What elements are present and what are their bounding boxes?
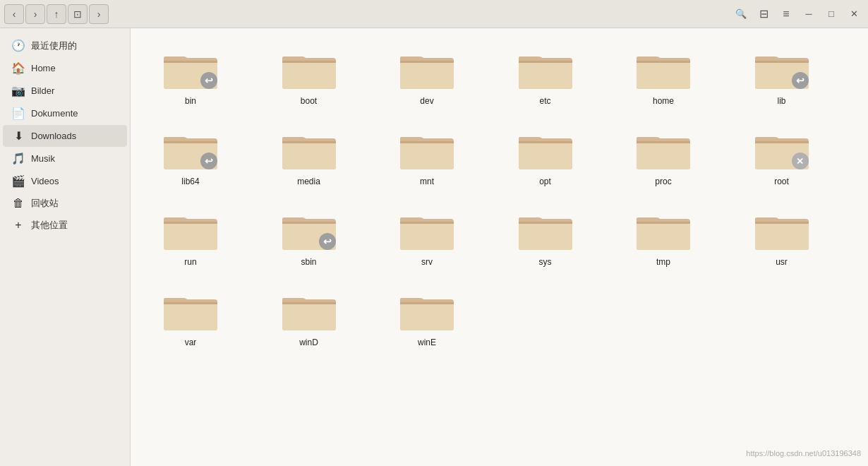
- search-button[interactable]: 🔍: [731, 4, 751, 24]
- svg-rect-38: [164, 222, 217, 224]
- svg-rect-47: [519, 222, 572, 224]
- sidebar-icon-dokumente: 📄: [11, 107, 25, 120]
- folder-icon-tmp: [635, 208, 692, 253]
- folder-item-home[interactable]: home: [617, 40, 709, 113]
- folder-item-media[interactable]: media: [263, 120, 355, 193]
- svg-rect-61: [400, 302, 454, 330]
- folder-label-sys: sys: [539, 257, 552, 267]
- folder-item-var[interactable]: var: [145, 281, 236, 354]
- folder-item-winE[interactable]: winE: [381, 281, 473, 354]
- symlink-badge-lib: [792, 72, 809, 89]
- sidebar-item-bilder[interactable]: 📷Bilder: [3, 80, 127, 102]
- folder-label-run: run: [184, 257, 196, 267]
- folder-item-lib[interactable]: lib: [736, 40, 828, 113]
- svg-rect-44: [400, 222, 454, 224]
- svg-rect-43: [400, 222, 454, 250]
- svg-rect-50: [637, 222, 690, 224]
- sidebar-icon-recent: 🕐: [11, 39, 25, 52]
- folder-icon-var: [162, 288, 219, 333]
- up-button[interactable]: ↑: [47, 4, 66, 24]
- content-area: binbootdevetchomeliblib64mediamntoptproc…: [131, 28, 868, 466]
- folder-label-dev: dev: [420, 96, 433, 106]
- sidebar-item-recent[interactable]: 🕐最近使用的: [3, 35, 127, 56]
- folder-item-mnt[interactable]: mnt: [381, 120, 473, 193]
- svg-rect-37: [164, 222, 217, 250]
- minimize-button[interactable]: ─: [799, 4, 819, 24]
- folder-label-root: root: [774, 177, 789, 186]
- forward-button[interactable]: ›: [25, 4, 45, 24]
- folder-label-proc: proc: [655, 177, 671, 186]
- folder-item-boot[interactable]: boot: [263, 40, 355, 113]
- sidebar-item-downloads[interactable]: ⬇Downloads: [3, 125, 127, 147]
- sidebar: 🕐最近使用的🏠Home📷Bilder📄Dokumente⬇Downloads🎵M…: [0, 28, 131, 466]
- folder-label-lib64: lib64: [181, 177, 199, 186]
- folder-label-sbin: sbin: [301, 257, 316, 267]
- svg-rect-28: [519, 141, 572, 169]
- folder-item-dev[interactable]: dev: [381, 40, 473, 113]
- svg-rect-59: [282, 302, 336, 304]
- extra-nav-button[interactable]: ›: [89, 4, 109, 24]
- folder-item-opt[interactable]: opt: [500, 120, 591, 193]
- sidebar-label-musik: Musik: [31, 153, 55, 164]
- folder-label-winE: winE: [418, 337, 436, 347]
- folder-item-bin[interactable]: bin: [145, 40, 236, 113]
- folder-item-srv[interactable]: srv: [381, 201, 473, 274]
- svg-rect-58: [282, 302, 336, 330]
- svg-rect-56: [164, 302, 217, 304]
- view-menu-button[interactable]: ≡: [776, 4, 796, 24]
- folder-item-sys[interactable]: sys: [500, 201, 591, 274]
- folder-item-usr[interactable]: usr: [736, 201, 828, 274]
- main-layout: 🕐最近使用的🏠Home📷Bilder📄Dokumente⬇Downloads🎵M…: [0, 28, 868, 466]
- folder-icon-run: [162, 208, 219, 253]
- folder-label-boot: boot: [301, 96, 317, 106]
- back-button[interactable]: ‹: [4, 4, 24, 24]
- svg-rect-22: [282, 141, 336, 169]
- svg-rect-41: [282, 222, 336, 224]
- bookmark-button[interactable]: ⊡: [68, 4, 88, 24]
- folder-icon-boot: [281, 47, 337, 92]
- sidebar-item-musik[interactable]: 🎵Musik: [3, 148, 127, 169]
- maximize-button[interactable]: □: [821, 4, 841, 24]
- svg-rect-32: [637, 141, 690, 143]
- svg-rect-13: [637, 61, 690, 89]
- folder-item-sbin[interactable]: sbin: [263, 201, 355, 274]
- folder-item-root[interactable]: root: [736, 120, 828, 193]
- sidebar-label-videos: Videos: [31, 176, 59, 186]
- sidebar-item-videos[interactable]: 🎬Videos: [3, 170, 127, 192]
- svg-rect-23: [282, 141, 336, 143]
- sidebar-item-home[interactable]: 🏠Home: [3, 57, 127, 79]
- svg-rect-31: [637, 141, 690, 169]
- svg-rect-7: [400, 61, 454, 89]
- sidebar-label-dokumente: Dokumente: [31, 108, 78, 119]
- sidebar-label-recent: 最近使用的: [31, 40, 77, 52]
- close-button[interactable]: ✕: [844, 4, 864, 24]
- svg-rect-4: [282, 61, 336, 89]
- view-list-button[interactable]: ⊟: [754, 4, 773, 24]
- folder-item-run[interactable]: run: [145, 201, 236, 274]
- sidebar-item-recycle[interactable]: 🗑回收站: [3, 193, 127, 214]
- svg-rect-46: [519, 222, 572, 250]
- svg-rect-11: [519, 61, 572, 63]
- folder-item-etc[interactable]: etc: [500, 40, 591, 113]
- svg-rect-10: [519, 61, 572, 89]
- folder-icon-etc: [517, 47, 574, 92]
- svg-rect-17: [755, 61, 809, 63]
- sidebar-item-dokumente[interactable]: 📄Dokumente: [3, 102, 127, 124]
- svg-rect-49: [637, 222, 690, 250]
- folder-icon-root: [754, 127, 810, 172]
- folder-label-winD: winD: [299, 337, 318, 347]
- sidebar-item-other[interactable]: +其他位置: [3, 215, 127, 236]
- folder-item-tmp[interactable]: tmp: [617, 201, 709, 274]
- svg-rect-5: [282, 61, 336, 63]
- folder-icon-usr: [754, 208, 810, 253]
- folder-grid: binbootdevetchomeliblib64mediamntoptproc…: [145, 40, 854, 354]
- sidebar-icon-downloads: ⬇: [11, 129, 25, 143]
- titlebar: ‹ › ↑ ⊡ › 🔍 ⊟ ≡ ─ □ ✕: [0, 0, 868, 28]
- folder-label-etc: etc: [539, 96, 550, 106]
- folder-icon-winD: [281, 288, 337, 333]
- folder-icon-sys: [517, 208, 574, 253]
- folder-item-winD[interactable]: winD: [263, 281, 355, 354]
- svg-rect-62: [400, 302, 454, 304]
- folder-item-proc[interactable]: proc: [617, 120, 709, 193]
- folder-item-lib64[interactable]: lib64: [145, 120, 236, 193]
